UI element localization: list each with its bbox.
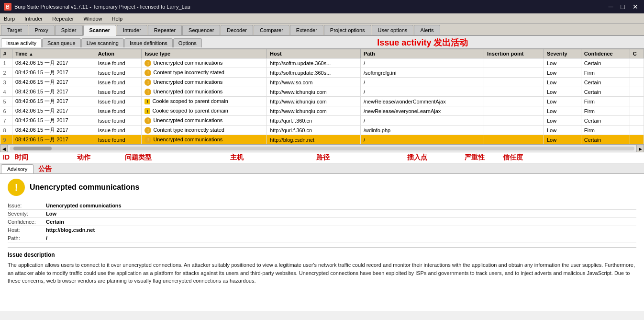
cell-path: /softmgrcfg.ini xyxy=(360,68,484,78)
tab-extender[interactable]: Extender xyxy=(290,25,323,35)
menu-intruder[interactable]: Intruder xyxy=(22,15,44,23)
table-row[interactable]: 1 08:42:06 15 一月 2017 Issue found !Unenc… xyxy=(0,58,644,68)
cell-severity: Low xyxy=(544,106,581,116)
tab-intruder[interactable]: Intruder xyxy=(117,25,147,35)
tab-spider[interactable]: Spider xyxy=(55,25,83,35)
cell-confidence: Certain xyxy=(581,87,630,97)
warning-icon: ! xyxy=(144,137,151,143)
cell-time: 08:42:06 15 一月 2017 xyxy=(12,116,95,126)
cell-c xyxy=(630,78,644,87)
cell-c xyxy=(630,135,644,145)
warning-icon: ! xyxy=(144,69,151,76)
scroll-right-button[interactable]: ▶ xyxy=(636,145,644,152)
sub-tab-issue-definitions[interactable]: Issue definitions xyxy=(124,38,173,47)
tab-decoder[interactable]: Decoder xyxy=(221,25,253,35)
table-row[interactable]: 6 08:42:06 15 一月 2017 Issue found !Cooki… xyxy=(0,106,644,116)
menu-window[interactable]: Window xyxy=(81,15,104,23)
col-insertion[interactable]: Insertion point xyxy=(484,49,544,58)
minimize-button[interactable]: ─ xyxy=(607,3,615,11)
cell-time: 08:42:06 15 一月 2017 xyxy=(12,135,95,145)
cell-host: http://www.ichunqiu.com xyxy=(267,87,361,97)
issue-table: # Time Action Issue type Host Path Inser… xyxy=(0,49,644,145)
advisory-panel: ! Unencrypted communications Issue: Unen… xyxy=(0,174,644,311)
sub-tab-options[interactable]: Options xyxy=(173,38,202,47)
cell-severity: Low xyxy=(544,78,581,87)
tab-project-options[interactable]: Project options xyxy=(324,25,371,35)
tab-scanner[interactable]: Scanner xyxy=(83,25,116,36)
col-action[interactable]: Action xyxy=(95,49,142,58)
scrollbar-thumb[interactable] xyxy=(13,147,52,150)
cell-host: http://www.ichunqiu.com xyxy=(267,97,361,106)
menu-repeater[interactable]: Repeater xyxy=(50,15,76,23)
warning-icon: ! xyxy=(144,60,151,67)
window-controls[interactable]: ─ □ ✕ xyxy=(607,3,640,11)
table-row[interactable]: 7 08:42:06 15 一月 2017 Issue found !Unenc… xyxy=(0,116,644,126)
menu-burp[interactable]: Burp xyxy=(2,15,17,23)
horizontal-scrollbar[interactable]: ◀ ▶ xyxy=(0,145,644,152)
table-header: # Time Action Issue type Host Path Inser… xyxy=(0,49,644,58)
exclaim-icon: ! xyxy=(144,99,150,104)
table-row[interactable]: 5 08:42:06 15 一月 2017 Issue found !Cooki… xyxy=(0,97,644,106)
bottom-tab-advisory[interactable]: Advisory xyxy=(1,164,33,173)
tab-target[interactable]: Target xyxy=(1,25,28,35)
tab-alerts[interactable]: Alerts xyxy=(414,25,440,35)
maximize-button[interactable]: □ xyxy=(619,3,627,11)
cell-num: 3 xyxy=(0,78,12,87)
advisory-warning-icon: ! xyxy=(8,179,25,196)
col-c[interactable]: C xyxy=(630,49,644,58)
cell-path: /newRelease/wonderCommentAjax xyxy=(360,97,484,106)
cell-action: Issue found xyxy=(95,97,142,106)
tab-repeater[interactable]: Repeater xyxy=(148,25,182,35)
cell-path: / xyxy=(360,135,484,145)
col-issue-type[interactable]: Issue type xyxy=(142,49,267,58)
tab-comparer[interactable]: Comparer xyxy=(254,25,289,35)
cell-action: Issue found xyxy=(95,58,142,68)
cell-insertion xyxy=(484,106,544,116)
table-row[interactable]: 8 08:42:06 15 一月 2017 Issue found !Conte… xyxy=(0,126,644,135)
app-icon: B xyxy=(4,3,11,11)
path-label: Path: xyxy=(8,234,46,242)
cell-host: http://qurl.f.360.cn xyxy=(267,126,361,135)
sub-tab-live-scanning[interactable]: Live scanning xyxy=(81,38,124,47)
table-row[interactable]: 4 08:42:06 15 一月 2017 Issue found !Unenc… xyxy=(0,87,644,97)
confidence-value: Certain xyxy=(46,218,636,226)
col-confidence[interactable]: Confidence xyxy=(581,49,630,58)
scroll-left-button[interactable]: ◀ xyxy=(0,145,8,152)
tab-sequencer[interactable]: Sequencer xyxy=(182,25,220,35)
warning-icon: ! xyxy=(144,79,151,86)
col-severity[interactable]: Severity xyxy=(544,49,581,58)
cell-c xyxy=(630,68,644,78)
cell-host: http://www.ichunqiu.com xyxy=(267,106,361,116)
cell-severity: Low xyxy=(544,116,581,126)
table-row[interactable]: 9 08:42:06 15 一月 2017 Issue found !Unenc… xyxy=(0,135,644,145)
close-button[interactable]: ✕ xyxy=(631,3,640,11)
advisory-issue-title: Unencrypted communications xyxy=(30,183,139,192)
cn-time: 时间 xyxy=(12,152,74,163)
col-time[interactable]: Time xyxy=(12,49,95,58)
cell-issue-type: !Content type incorrectly stated xyxy=(142,126,267,135)
issue-table-container: # Time Action Issue type Host Path Inser… xyxy=(0,49,644,145)
app-title: Burp Suite Professional v1.7.11 - Tempor… xyxy=(14,4,190,10)
cell-num: 5 xyxy=(0,97,12,106)
menu-help[interactable]: Help xyxy=(110,15,125,23)
scrollbar-track[interactable] xyxy=(10,147,634,150)
cell-insertion xyxy=(484,135,544,145)
table-row[interactable]: 2 08:42:06 15 一月 2017 Issue found !Conte… xyxy=(0,68,644,78)
sub-tab-scan-queue[interactable]: Scan queue xyxy=(42,38,81,47)
table-row[interactable]: 3 08:42:06 15 一月 2017 Issue found !Unenc… xyxy=(0,78,644,87)
tab-proxy[interactable]: Proxy xyxy=(29,25,55,35)
titlebar: B Burp Suite Professional v1.7.11 - Temp… xyxy=(0,0,644,13)
advisory-header: ! Unencrypted communications xyxy=(8,179,636,196)
severity-value: Low xyxy=(46,210,636,218)
cell-issue-type: !Unencrypted communications xyxy=(142,78,267,87)
cell-host: http://www.so.com xyxy=(267,78,361,87)
cell-issue-type: !Unencrypted communications xyxy=(142,135,267,145)
tab-user-options[interactable]: User options xyxy=(372,25,414,35)
col-host[interactable]: Host xyxy=(267,49,361,58)
cell-time: 08:42:06 15 一月 2017 xyxy=(12,68,95,78)
bottom-tabs: Advisory 公告 xyxy=(0,163,644,174)
issue-description-text: The application allows users to connect … xyxy=(8,261,636,285)
sub-tab-issue-activity[interactable]: Issue activity xyxy=(1,38,42,47)
col-path[interactable]: Path xyxy=(360,49,484,58)
cell-insertion xyxy=(484,97,544,106)
